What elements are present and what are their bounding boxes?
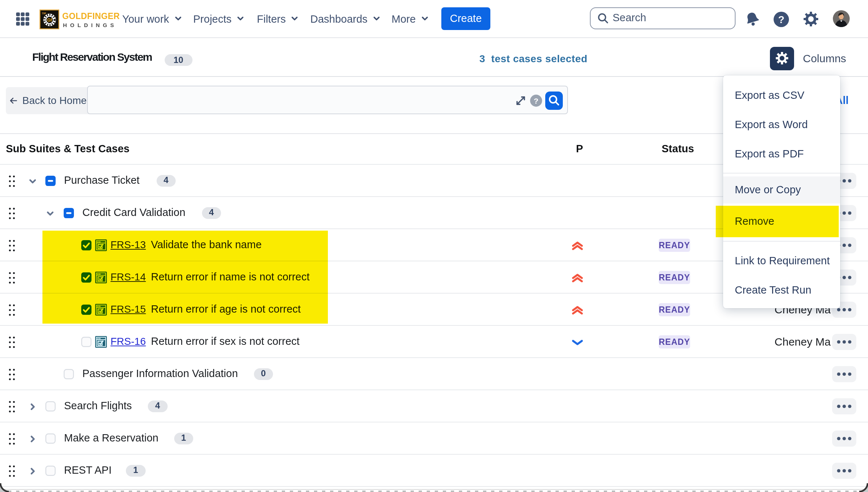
svg-text:?: ? [534,97,539,105]
svg-text:?: ? [778,14,784,25]
svg-text:79F: 79F [42,12,46,15]
svg-text:Gf: Gf [47,18,52,23]
